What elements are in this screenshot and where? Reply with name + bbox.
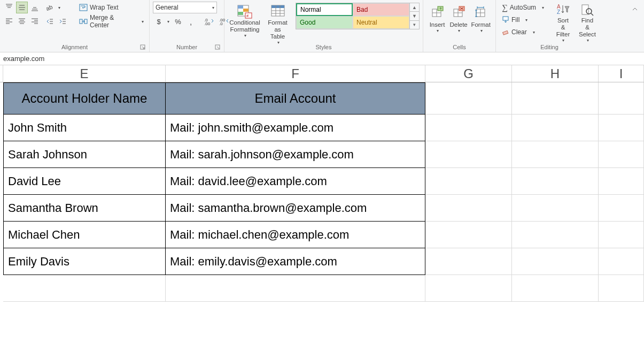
cell[interactable]	[425, 168, 512, 195]
formula-bar[interactable]: example.com	[0, 52, 644, 65]
style-neutral[interactable]: Neutral	[353, 16, 409, 29]
cell[interactable]	[425, 248, 512, 275]
col-header-F[interactable]: F	[166, 65, 425, 82]
autosum-button[interactable]: ∑ AutoSum	[499, 2, 538, 13]
group-alignment-label: Alignment	[61, 44, 88, 50]
cell[interactable]	[3, 275, 166, 302]
svg-rect-30	[84, 19, 87, 24]
cell[interactable]	[512, 275, 599, 302]
cell[interactable]	[425, 222, 512, 248]
cell[interactable]	[599, 168, 644, 195]
cell[interactable]	[512, 115, 599, 141]
cell[interactable]	[425, 141, 512, 168]
col-header-H[interactable]: H	[512, 65, 599, 82]
align-top-button[interactable]	[3, 2, 15, 13]
cell-name[interactable]: David Lee	[3, 168, 166, 195]
accounting-format-button[interactable]: $	[153, 16, 165, 27]
format-as-table-icon	[270, 3, 286, 19]
cell-email[interactable]: Mail: emily.davis@example.com	[166, 248, 425, 275]
align-right-button[interactable]	[29, 16, 41, 27]
col-header-G[interactable]: G	[425, 65, 512, 82]
merge-center-button[interactable]: Merge & Center	[76, 16, 137, 27]
cell[interactable]	[512, 168, 599, 195]
col-header-I[interactable]: I	[599, 65, 644, 82]
gallery-scroll-down[interactable]: ▼	[410, 12, 419, 20]
cell-name[interactable]: John Smith	[3, 115, 166, 141]
cell[interactable]	[425, 115, 512, 141]
gallery-scroll-up[interactable]: ▲	[410, 3, 419, 12]
autosum-dropdown[interactable]: ▾	[539, 2, 546, 13]
align-middle-button[interactable]	[16, 2, 28, 13]
wrap-text-button[interactable]: Wrap Text	[76, 2, 146, 13]
increase-indent-button[interactable]	[57, 16, 68, 27]
clear-dropdown[interactable]: ▾	[530, 26, 537, 38]
cell[interactable]	[599, 248, 644, 275]
conditional-formatting-button[interactable]: ≠ Conditional Formatting ▾	[228, 2, 262, 37]
format-cells-button[interactable]: Format ▾	[469, 2, 492, 37]
svg-line-67	[591, 13, 593, 16]
cell[interactable]	[425, 82, 512, 115]
merge-center-dropdown[interactable]: ▾	[138, 16, 146, 27]
increase-decimal-button[interactable]: .0.00	[202, 16, 216, 27]
col-header-E[interactable]: E	[3, 65, 166, 82]
cell-email[interactable]: Mail: john.smith@example.com	[166, 115, 425, 141]
clear-button[interactable]: Clear	[499, 26, 529, 38]
cell[interactable]	[599, 115, 644, 141]
spreadsheet-grid[interactable]: E F G H I Account Holder Name Email Acco…	[0, 65, 644, 302]
group-styles-label: Styles	[316, 44, 332, 50]
cell[interactable]	[512, 248, 599, 275]
number-dialog-launcher[interactable]	[214, 44, 221, 50]
format-as-table-button[interactable]: Format as Table ▾	[262, 2, 293, 37]
cell[interactable]	[512, 222, 599, 248]
cell-name[interactable]: Sarah Johnson	[3, 141, 166, 168]
align-bottom-button[interactable]	[29, 2, 41, 13]
table-header-name[interactable]: Account Holder Name	[3, 82, 166, 115]
decrease-indent-button[interactable]	[44, 16, 56, 27]
style-normal[interactable]: Normal	[296, 3, 353, 16]
number-format-combo[interactable]: General ▾	[153, 2, 217, 13]
conditional-formatting-icon: ≠	[237, 3, 253, 19]
cell[interactable]	[425, 195, 512, 222]
orientation-button[interactable]: ab	[44, 2, 56, 13]
table-header-email[interactable]: Email Account	[166, 82, 425, 115]
align-left-button[interactable]	[3, 16, 15, 27]
align-center-button[interactable]	[16, 16, 28, 27]
accounting-format-dropdown[interactable]: ▾	[165, 16, 171, 27]
cell-email[interactable]: Mail: david.lee@example.com	[166, 168, 425, 195]
style-bad[interactable]: Bad	[353, 3, 409, 16]
cell[interactable]	[512, 195, 599, 222]
cell-name[interactable]: Samantha Brown	[3, 195, 166, 222]
find-select-button[interactable]: Find & Select ▾	[575, 2, 600, 37]
cell[interactable]	[599, 141, 644, 168]
cell-email[interactable]: Mail: samantha.brown@example.com	[166, 195, 425, 222]
delete-cells-button[interactable]: Delete ▾	[448, 2, 469, 37]
cell[interactable]	[599, 195, 644, 222]
cell-email[interactable]: Mail: sarah.johnson@example.com	[166, 141, 425, 168]
cell[interactable]	[599, 275, 644, 302]
cell[interactable]	[599, 82, 644, 115]
cell-name[interactable]: Emily Davis	[3, 248, 166, 275]
cell-email[interactable]: Mail: michael.chen@example.com	[166, 222, 425, 248]
percent-button[interactable]: %	[172, 16, 184, 27]
cell[interactable]	[512, 141, 599, 168]
cell[interactable]	[512, 82, 599, 115]
fill-dropdown[interactable]: ▾	[522, 14, 530, 26]
group-cells-label: Cells	[453, 44, 465, 50]
cell[interactable]	[166, 275, 425, 302]
svg-text:Z: Z	[557, 9, 560, 15]
sort-filter-button[interactable]: AZ Sort & Filter ▾	[551, 2, 575, 37]
cell[interactable]	[425, 275, 512, 302]
fill-button[interactable]: Fill	[499, 14, 521, 26]
cell[interactable]	[599, 222, 644, 248]
insert-cells-button[interactable]: + Insert ▾	[426, 2, 448, 37]
alignment-dialog-launcher[interactable]	[139, 44, 146, 50]
gallery-more[interactable]: ▾	[410, 21, 419, 29]
svg-text:.0: .0	[219, 21, 223, 26]
cell-styles-gallery[interactable]: Normal Good Bad Neutral ▲ ▼ ▾	[296, 3, 420, 29]
collapse-ribbon-button[interactable]	[629, 3, 641, 15]
insert-cells-icon: +	[431, 6, 444, 19]
orientation-dropdown[interactable]: ▾	[56, 2, 62, 13]
comma-button[interactable]: ,	[185, 16, 197, 27]
cell-name[interactable]: Michael Chen	[3, 222, 166, 248]
style-good[interactable]: Good	[296, 16, 353, 29]
